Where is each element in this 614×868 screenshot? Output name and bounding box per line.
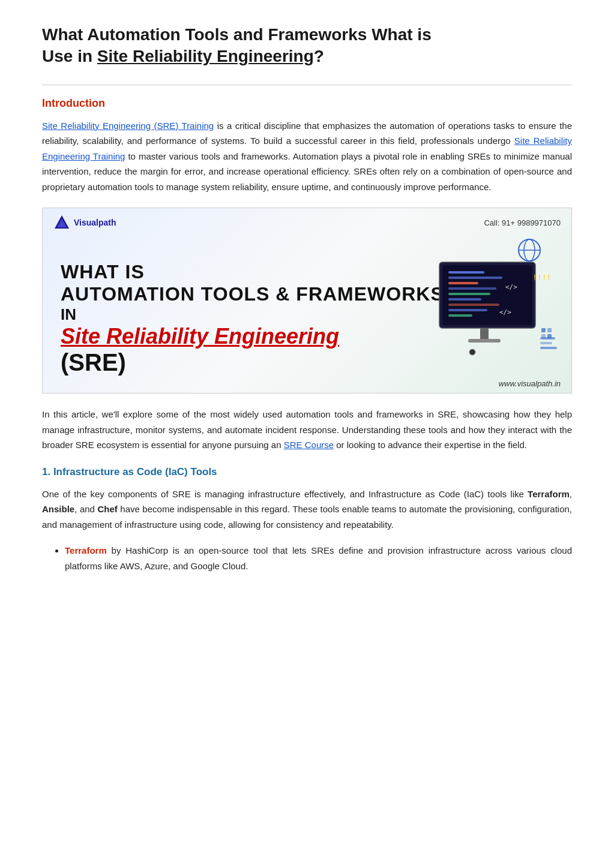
banner-title-automation: AUTOMATION TOOLS & FRAMEWORKS: [61, 283, 444, 305]
term-ansible-inline: Ansible: [42, 504, 74, 514]
svg-point-21: [469, 349, 475, 355]
banner-title-sre: Site Reliability Engineering: [61, 324, 339, 349]
svg-rect-25: [541, 328, 546, 332]
svg-text:</>: </>: [505, 283, 517, 291]
section1-paragraph: One of the key components of SRE is mana…: [42, 486, 572, 533]
title-text-part2: Use in: [42, 47, 97, 65]
banner-title-what: WHAT IS: [61, 261, 145, 283]
article-paragraph-1: In this article, we'll explore some of t…: [42, 407, 572, 453]
svg-rect-20: [468, 339, 501, 343]
section1-text-1: One of the key components of SRE is mana…: [42, 489, 528, 499]
bullet1-text: by HashiCorp is an open-source tool that…: [65, 545, 572, 571]
svg-rect-8: [448, 277, 502, 279]
svg-rect-15: [448, 314, 472, 317]
bullet-list: Terraform by HashiCorp is an open-source…: [42, 543, 572, 573]
sre-course-link[interactable]: SRE Course: [284, 440, 334, 450]
svg-rect-14: [448, 309, 487, 311]
svg-text:</>: </>: [499, 308, 511, 316]
intro-heading: Introduction: [42, 97, 572, 110]
term-terraform-inline: Terraform: [528, 489, 570, 499]
intro-paragraph: Site Reliability Engineering (SRE) Train…: [42, 118, 572, 195]
banner-website: www.visualpath.in: [499, 379, 561, 388]
list-item: Terraform by HashiCorp is an open-source…: [65, 543, 572, 573]
monitor-graphic: </> </> !!!!: [427, 235, 559, 373]
section1-heading: 1. Infrastructure as Code (IaC) Tools: [42, 466, 572, 478]
svg-rect-23: [540, 342, 552, 344]
article-text-end: or looking to advance their expertise in…: [334, 440, 527, 450]
term-chef-inline: Chef: [97, 504, 117, 514]
svg-rect-24: [540, 347, 557, 349]
title-text-part1: What Automation Tools and Frameworks Wha…: [42, 25, 432, 44]
svg-rect-26: [547, 328, 552, 332]
title-divider: [42, 85, 572, 85]
banner-title-sre-abbr: (SRE): [61, 349, 126, 376]
banner-content: WHAT IS AUTOMATION TOOLS & FRAMEWORKS IN…: [43, 208, 571, 393]
svg-rect-9: [448, 282, 478, 284]
svg-rect-13: [448, 304, 499, 306]
svg-rect-27: [541, 334, 546, 338]
section1-text-4: have become indispensable in this regard…: [42, 504, 572, 530]
svg-text:!!!!: !!!!: [532, 273, 551, 282]
page-title: What Automation Tools and Frameworks Wha…: [42, 24, 572, 68]
sre-training-link-1[interactable]: Site Reliability Engineering (SRE) Train…: [42, 121, 214, 131]
svg-rect-11: [448, 293, 490, 295]
banner-title-in: IN: [61, 305, 76, 324]
section1-text-2: ,: [570, 489, 572, 499]
section1-text-3: , and: [74, 504, 97, 514]
svg-rect-10: [448, 287, 496, 290]
svg-rect-7: [448, 271, 484, 274]
bullet-term-terraform: Terraform: [65, 545, 107, 555]
svg-rect-28: [547, 334, 552, 338]
title-link[interactable]: Site Reliability Engineering: [97, 47, 314, 65]
title-end: ?: [314, 47, 324, 65]
svg-rect-12: [448, 298, 481, 301]
banner-image: Visualpath Call: 91+ 9989971070 WHAT IS …: [42, 208, 572, 394]
svg-rect-19: [480, 328, 489, 340]
